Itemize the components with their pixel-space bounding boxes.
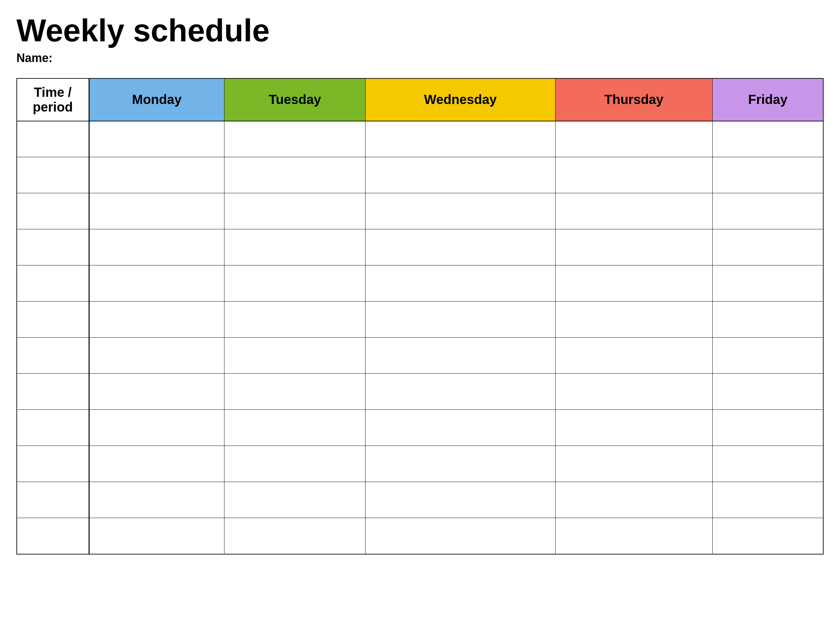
day-cell[interactable]: [555, 301, 712, 338]
header-monday: Monday: [89, 79, 224, 121]
time-cell[interactable]: [17, 482, 89, 518]
day-cell[interactable]: [712, 265, 823, 301]
day-cell[interactable]: [224, 338, 366, 374]
time-cell[interactable]: [17, 446, 89, 482]
time-cell[interactable]: [17, 518, 89, 554]
time-cell[interactable]: [17, 121, 89, 157]
day-cell[interactable]: [224, 301, 366, 338]
day-cell[interactable]: [224, 374, 366, 410]
day-cell[interactable]: [712, 374, 823, 410]
time-cell[interactable]: [17, 338, 89, 374]
time-cell[interactable]: [17, 193, 89, 229]
day-cell[interactable]: [555, 446, 712, 482]
day-cell[interactable]: [555, 265, 712, 301]
day-cell[interactable]: [555, 121, 712, 157]
day-cell[interactable]: [555, 482, 712, 518]
time-cell[interactable]: [17, 301, 89, 338]
header-thursday: Thursday: [555, 79, 712, 121]
header-tuesday: Tuesday: [224, 79, 366, 121]
table-row[interactable]: [17, 518, 823, 554]
table-row[interactable]: [17, 482, 823, 518]
day-cell[interactable]: [712, 301, 823, 338]
day-cell[interactable]: [89, 265, 224, 301]
day-cell[interactable]: [224, 265, 366, 301]
day-cell[interactable]: [366, 410, 555, 446]
day-cell[interactable]: [89, 193, 224, 229]
day-cell[interactable]: [366, 121, 555, 157]
time-cell[interactable]: [17, 229, 89, 265]
day-cell[interactable]: [89, 374, 224, 410]
day-cell[interactable]: [89, 482, 224, 518]
day-cell[interactable]: [555, 374, 712, 410]
day-cell[interactable]: [89, 157, 224, 193]
day-cell[interactable]: [366, 518, 555, 554]
day-cell[interactable]: [555, 338, 712, 374]
day-cell[interactable]: [89, 301, 224, 338]
table-row[interactable]: [17, 193, 823, 229]
day-cell[interactable]: [224, 410, 366, 446]
day-cell[interactable]: [224, 121, 366, 157]
time-cell[interactable]: [17, 374, 89, 410]
day-cell[interactable]: [89, 446, 224, 482]
day-cell[interactable]: [712, 193, 823, 229]
day-cell[interactable]: [712, 410, 823, 446]
day-cell[interactable]: [712, 229, 823, 265]
day-cell[interactable]: [366, 193, 555, 229]
page-title: Weekly schedule: [16, 13, 824, 48]
header-friday: Friday: [712, 79, 823, 121]
day-cell[interactable]: [712, 446, 823, 482]
day-cell[interactable]: [224, 446, 366, 482]
day-cell[interactable]: [224, 193, 366, 229]
day-cell[interactable]: [224, 482, 366, 518]
day-cell[interactable]: [712, 482, 823, 518]
time-cell[interactable]: [17, 265, 89, 301]
day-cell[interactable]: [555, 518, 712, 554]
day-cell[interactable]: [224, 518, 366, 554]
header-wednesday: Wednesday: [366, 79, 555, 121]
day-cell[interactable]: [712, 518, 823, 554]
table-row[interactable]: [17, 374, 823, 410]
day-cell[interactable]: [712, 121, 823, 157]
day-cell[interactable]: [366, 338, 555, 374]
day-cell[interactable]: [712, 338, 823, 374]
day-cell[interactable]: [89, 121, 224, 157]
day-cell[interactable]: [366, 229, 555, 265]
table-row[interactable]: [17, 338, 823, 374]
day-cell[interactable]: [555, 193, 712, 229]
header-time: Time / period: [17, 79, 89, 121]
day-cell[interactable]: [89, 518, 224, 554]
day-cell[interactable]: [89, 229, 224, 265]
name-label: Name:: [16, 51, 824, 65]
time-cell[interactable]: [17, 410, 89, 446]
weekly-schedule-table: Time / period Monday Tuesday Wednesday T…: [16, 78, 824, 555]
day-cell[interactable]: [366, 157, 555, 193]
table-row[interactable]: [17, 265, 823, 301]
day-cell[interactable]: [555, 410, 712, 446]
time-cell[interactable]: [17, 157, 89, 193]
day-cell[interactable]: [366, 482, 555, 518]
table-row[interactable]: [17, 121, 823, 157]
day-cell[interactable]: [89, 338, 224, 374]
day-cell[interactable]: [224, 157, 366, 193]
day-cell[interactable]: [555, 229, 712, 265]
day-cell[interactable]: [366, 446, 555, 482]
table-row[interactable]: [17, 229, 823, 265]
header-row: Time / period Monday Tuesday Wednesday T…: [17, 79, 823, 121]
table-row[interactable]: [17, 301, 823, 338]
day-cell[interactable]: [366, 265, 555, 301]
table-row[interactable]: [17, 410, 823, 446]
day-cell[interactable]: [555, 157, 712, 193]
day-cell[interactable]: [366, 374, 555, 410]
day-cell[interactable]: [89, 410, 224, 446]
table-row[interactable]: [17, 446, 823, 482]
day-cell[interactable]: [366, 301, 555, 338]
day-cell[interactable]: [224, 229, 366, 265]
day-cell[interactable]: [712, 157, 823, 193]
table-row[interactable]: [17, 157, 823, 193]
